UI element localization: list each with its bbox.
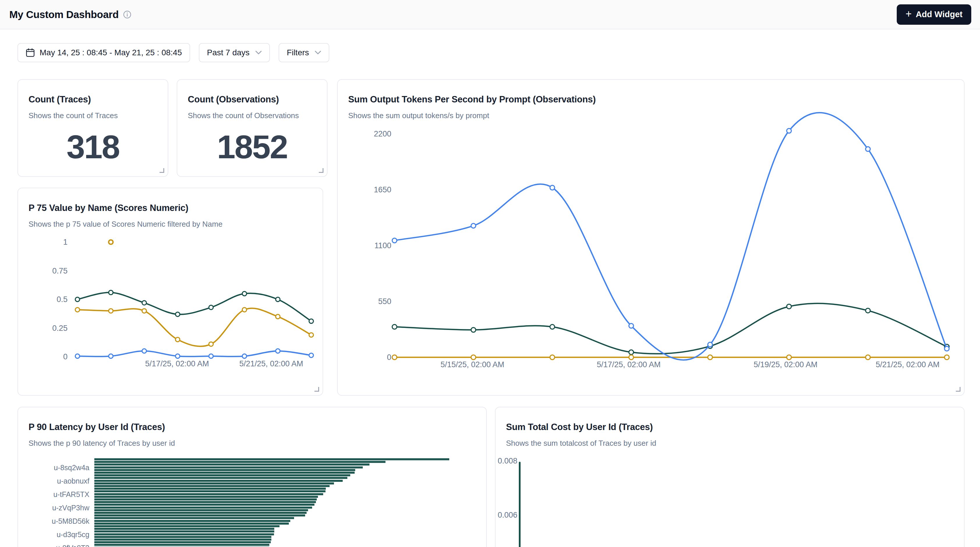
widget-subtitle: Shows the p 75 value of Scores Numeric f… bbox=[29, 220, 312, 229]
latency-bar bbox=[94, 525, 280, 527]
user-id-label: u-d3qr5cg bbox=[18, 530, 89, 539]
widget-tokens-per-second: Sum Output Tokens Per Second by Prompt (… bbox=[337, 79, 964, 396]
latency-bar bbox=[94, 507, 312, 509]
svg-text:1650: 1650 bbox=[374, 186, 391, 194]
latency-bar bbox=[94, 544, 269, 546]
page-title: My Custom Dashboard bbox=[9, 9, 118, 21]
latency-bar bbox=[94, 490, 326, 492]
user-id-label: u-5M8D56k bbox=[18, 517, 89, 525]
latency-bar bbox=[94, 480, 343, 482]
latency-bar bbox=[94, 493, 323, 495]
latency-bar bbox=[94, 458, 449, 460]
cost-bar bbox=[519, 462, 520, 547]
latency-bar bbox=[94, 477, 347, 479]
tokens-line-chart: 05501100165022005/15/25, 02:00 AM5/17/25… bbox=[338, 80, 964, 395]
widget-title: Sum Total Cost by User Id (Traces) bbox=[506, 422, 953, 432]
latency-bar bbox=[94, 512, 307, 514]
widget-count-observations: Count (Observations) Shows the count of … bbox=[177, 79, 328, 177]
svg-text:5/17/25, 02:00 AM: 5/17/25, 02:00 AM bbox=[597, 360, 660, 369]
date-range-value: May 14, 25 : 08:45 - May 21, 25 : 08:45 bbox=[40, 48, 182, 57]
range-preset-select[interactable]: Past 7 days bbox=[199, 43, 270, 62]
latency-bar bbox=[94, 469, 355, 471]
latency-bar bbox=[94, 496, 318, 498]
widget-title: Count (Observations) bbox=[188, 94, 317, 105]
widget-count-traces: Count (Traces) Shows the count of Traces… bbox=[18, 79, 168, 177]
latency-bar bbox=[94, 474, 350, 476]
date-range-picker[interactable]: May 14, 25 : 08:45 - May 21, 25 : 08:45 bbox=[18, 43, 190, 62]
widget-title: P 90 Latency by User Id (Traces) bbox=[29, 422, 476, 432]
latency-bar bbox=[94, 485, 329, 487]
cost-axis-tick: 0.006 bbox=[496, 511, 517, 520]
count-observations-value: 1852 bbox=[177, 117, 327, 176]
svg-text:5/21/25, 02:00 AM: 5/21/25, 02:00 AM bbox=[239, 359, 303, 368]
widget-p90-latency: P 90 Latency by User Id (Traces) Shows t… bbox=[18, 407, 487, 547]
widget-p75-scores: P 75 Value by Name (Scores Numeric) Show… bbox=[18, 188, 323, 396]
latency-bar bbox=[94, 461, 385, 463]
add-widget-label: Add Widget bbox=[916, 10, 963, 19]
user-id-label: u-8sq2w4a bbox=[18, 463, 89, 472]
svg-text:5/21/25, 02:00 AM: 5/21/25, 02:00 AM bbox=[876, 360, 940, 369]
svg-text:550: 550 bbox=[378, 297, 391, 306]
svg-text:0: 0 bbox=[63, 352, 68, 361]
widget-title: P 75 Value by Name (Scores Numeric) bbox=[29, 203, 312, 213]
svg-text:0.5: 0.5 bbox=[56, 295, 68, 304]
svg-text:2200: 2200 bbox=[374, 130, 391, 138]
count-traces-value: 318 bbox=[18, 117, 168, 176]
latency-bar bbox=[94, 498, 317, 501]
plus-icon: + bbox=[905, 9, 912, 19]
range-preset-value: Past 7 days bbox=[207, 48, 250, 57]
latency-bar bbox=[94, 482, 334, 484]
svg-text:0.25: 0.25 bbox=[52, 324, 68, 333]
svg-text:0: 0 bbox=[387, 353, 391, 361]
chevron-down-icon bbox=[315, 51, 321, 55]
latency-bar bbox=[94, 533, 274, 535]
svg-text:1: 1 bbox=[63, 238, 68, 246]
latency-bar bbox=[94, 536, 271, 538]
svg-text:0.75: 0.75 bbox=[52, 266, 68, 275]
calendar-icon bbox=[25, 48, 35, 58]
latency-bar bbox=[94, 517, 294, 519]
svg-text:5/19/25, 02:00 AM: 5/19/25, 02:00 AM bbox=[754, 360, 817, 369]
resize-handle-icon[interactable] bbox=[956, 387, 961, 392]
resize-handle-icon[interactable] bbox=[319, 168, 323, 173]
latency-bar bbox=[94, 466, 363, 468]
widget-subtitle: Shows the p 90 latency of Traces by user… bbox=[29, 439, 476, 448]
latency-bar bbox=[94, 539, 271, 541]
user-id-label: u-tFAR5TX bbox=[18, 490, 89, 499]
chevron-down-icon bbox=[255, 51, 262, 55]
widget-sum-cost: Sum Total Cost by User Id (Traces) Shows… bbox=[495, 407, 964, 547]
latency-bar bbox=[94, 523, 289, 525]
user-id-label: u-8fVa9T3 bbox=[18, 544, 89, 547]
widget-subtitle: Shows the sum output tokens/s by prompt bbox=[348, 111, 953, 120]
widget-title: Count (Traces) bbox=[29, 94, 157, 105]
latency-bar bbox=[94, 514, 305, 517]
top-bar: My Custom Dashboard + Add Widget bbox=[0, 0, 980, 29]
latency-bar bbox=[94, 472, 355, 474]
latency-bar bbox=[94, 509, 308, 511]
latency-bar bbox=[94, 504, 315, 506]
svg-text:5/15/25, 02:00 AM: 5/15/25, 02:00 AM bbox=[441, 360, 504, 369]
widget-subtitle: Shows the sum totalcost of Traces by use… bbox=[506, 439, 953, 448]
dashboard-page: My Custom Dashboard + Add Widget May bbox=[0, 0, 980, 547]
widget-title: Sum Output Tokens Per Second by Prompt (… bbox=[348, 94, 953, 105]
cost-axis-tick: 0.008 bbox=[496, 457, 517, 466]
latency-bar bbox=[94, 541, 271, 543]
latency-bar bbox=[94, 520, 290, 522]
filters-label: Filters bbox=[287, 48, 309, 57]
svg-text:5/17/25, 02:00 AM: 5/17/25, 02:00 AM bbox=[145, 359, 209, 368]
user-id-label: u-aobnuxf bbox=[18, 477, 89, 485]
user-id-label: u-zVqP3hw bbox=[18, 504, 89, 512]
latency-bar bbox=[94, 501, 316, 503]
resize-handle-icon[interactable] bbox=[159, 168, 164, 173]
add-widget-button[interactable]: + Add Widget bbox=[897, 4, 971, 25]
info-icon[interactable] bbox=[123, 11, 131, 19]
resize-handle-icon[interactable] bbox=[315, 387, 319, 392]
latency-bar bbox=[94, 488, 326, 490]
filters-button[interactable]: Filters bbox=[278, 43, 329, 62]
latency-bar bbox=[94, 528, 274, 530]
svg-text:1100: 1100 bbox=[374, 241, 391, 250]
latency-bar bbox=[94, 463, 369, 466]
latency-bar bbox=[94, 530, 274, 533]
filter-bar: May 14, 25 : 08:45 - May 21, 25 : 08:45 … bbox=[18, 43, 329, 62]
